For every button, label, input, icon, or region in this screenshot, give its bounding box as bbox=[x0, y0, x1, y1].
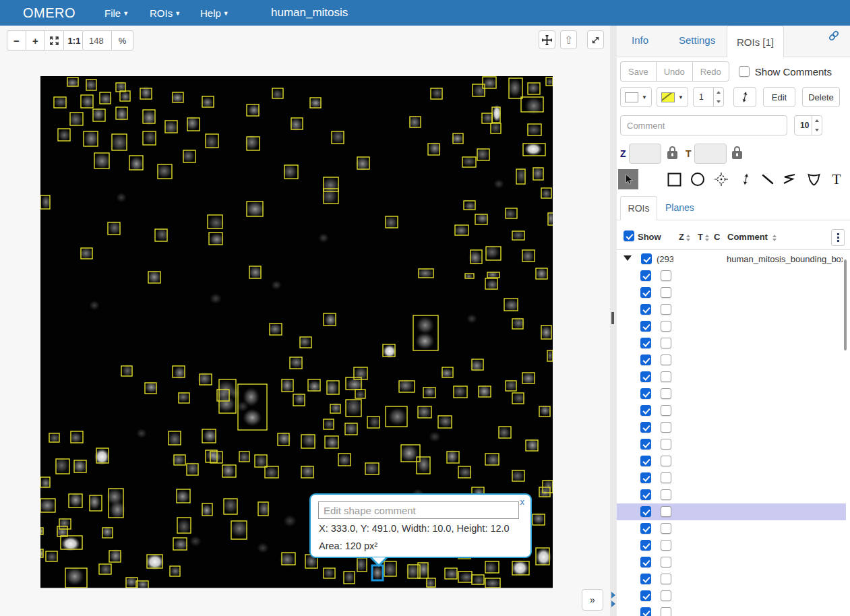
fill-color-dropdown[interactable]: ▼ bbox=[620, 87, 652, 107]
pointer-tool[interactable] bbox=[618, 169, 638, 189]
show-all-checkbox[interactable] bbox=[624, 230, 634, 241]
redo-button[interactable]: Redo bbox=[692, 61, 729, 82]
zoom-in-button[interactable]: + bbox=[26, 30, 44, 51]
stroke-color-dropdown[interactable]: ▼ bbox=[657, 87, 688, 107]
shape-select-checkbox[interactable] bbox=[661, 540, 671, 551]
collapse-triangle-icon[interactable] bbox=[624, 255, 632, 265]
polyline-tool[interactable] bbox=[779, 169, 799, 189]
shape-visible-checkbox[interactable] bbox=[640, 523, 651, 534]
zoom-value-input[interactable] bbox=[82, 30, 112, 51]
save-button[interactable]: Save bbox=[620, 61, 656, 82]
shape-select-checkbox[interactable] bbox=[661, 607, 671, 616]
shape-visible-checkbox[interactable] bbox=[640, 287, 651, 298]
roi-shape-row[interactable] bbox=[617, 284, 846, 301]
sort-icon[interactable] bbox=[705, 233, 709, 243]
shape-visible-checkbox[interactable] bbox=[640, 472, 651, 483]
shape-select-checkbox[interactable] bbox=[661, 590, 671, 601]
roi-group-row[interactable]: (293 human_mitosis_bounding_box bbox=[617, 251, 850, 268]
omero-brand[interactable]: OMERO bbox=[23, 5, 75, 21]
subtab-rois[interactable]: ROIs bbox=[620, 196, 657, 220]
text-tool[interactable]: T bbox=[826, 169, 847, 189]
roi-shape-row[interactable] bbox=[617, 268, 846, 284]
shape-select-checkbox[interactable] bbox=[661, 472, 671, 483]
roi-shape-row[interactable] bbox=[617, 487, 846, 503]
percent-button[interactable]: % bbox=[112, 30, 133, 51]
shape-select-checkbox[interactable] bbox=[661, 422, 671, 433]
shape-select-checkbox[interactable] bbox=[661, 574, 671, 584]
center-roi-button[interactable] bbox=[539, 30, 555, 49]
roi-shape-row[interactable] bbox=[617, 318, 846, 335]
shape-select-checkbox[interactable] bbox=[661, 338, 671, 348]
menu-help[interactable]: Help▼ bbox=[200, 7, 229, 19]
shape-visible-checkbox[interactable] bbox=[640, 270, 651, 281]
shape-select-checkbox[interactable] bbox=[661, 304, 671, 315]
sort-icon[interactable] bbox=[772, 233, 777, 243]
roi-shape-row[interactable] bbox=[617, 402, 846, 419]
expand-panel-button[interactable]: » bbox=[582, 589, 603, 611]
fit-to-screen-button[interactable] bbox=[44, 30, 63, 51]
roi-shape-row[interactable] bbox=[617, 436, 846, 453]
rectangle-tool[interactable] bbox=[664, 169, 684, 189]
roi-shape-row[interactable] bbox=[617, 588, 846, 605]
stroke-width-stepper[interactable]: 1 bbox=[693, 87, 724, 107]
z-input[interactable] bbox=[629, 144, 661, 164]
step-up-icon[interactable] bbox=[812, 116, 822, 125]
subtab-planes[interactable]: Planes bbox=[665, 202, 694, 213]
shape-select-checkbox[interactable] bbox=[661, 506, 671, 517]
edit-button[interactable]: Edit bbox=[763, 87, 795, 107]
shape-visible-checkbox[interactable] bbox=[640, 355, 651, 365]
lock-icon[interactable] bbox=[732, 146, 742, 160]
ellipse-tool[interactable] bbox=[688, 169, 708, 189]
step-down-icon[interactable] bbox=[812, 125, 822, 135]
shape-visible-checkbox[interactable] bbox=[640, 590, 651, 601]
roi-shape-row[interactable] bbox=[617, 520, 846, 537]
col-z[interactable]: Z bbox=[679, 232, 684, 242]
shape-select-checkbox[interactable] bbox=[661, 489, 671, 500]
tab-info[interactable]: Info bbox=[632, 34, 648, 46]
menu-file[interactable]: File▼ bbox=[104, 7, 129, 19]
shape-visible-checkbox[interactable] bbox=[640, 388, 651, 399]
shape-visible-checkbox[interactable] bbox=[640, 321, 651, 332]
fullscreen-button[interactable] bbox=[587, 30, 604, 49]
step-down-icon[interactable] bbox=[714, 97, 723, 106]
shape-visible-checkbox[interactable] bbox=[640, 456, 651, 466]
arrow-style-button[interactable] bbox=[733, 87, 756, 107]
roi-shape-row[interactable] bbox=[617, 419, 846, 436]
roi-shape-row[interactable] bbox=[617, 605, 846, 616]
shape-visible-checkbox[interactable] bbox=[640, 540, 651, 551]
menu-rois[interactable]: ROIs▼ bbox=[150, 7, 181, 19]
save-view-button[interactable]: ⇧ bbox=[560, 30, 577, 49]
lock-icon[interactable] bbox=[667, 146, 677, 160]
shape-visible-checkbox[interactable] bbox=[640, 439, 651, 450]
undo-button[interactable]: Undo bbox=[656, 61, 692, 82]
comment-input[interactable] bbox=[620, 115, 787, 135]
line-tool[interactable] bbox=[758, 169, 778, 189]
shape-select-checkbox[interactable] bbox=[661, 355, 671, 365]
point-tool[interactable] bbox=[711, 169, 731, 189]
shape-select-checkbox[interactable] bbox=[661, 439, 671, 450]
shape-visible-checkbox[interactable] bbox=[640, 489, 651, 500]
tab-settings[interactable]: Settings bbox=[679, 34, 715, 46]
roi-shape-row[interactable] bbox=[617, 369, 846, 386]
shape-visible-checkbox[interactable] bbox=[640, 304, 651, 315]
roi-shape-row[interactable] bbox=[617, 470, 846, 487]
shape-visible-checkbox[interactable] bbox=[640, 405, 651, 416]
shape-visible-checkbox[interactable] bbox=[640, 574, 651, 584]
shape-visible-checkbox[interactable] bbox=[640, 371, 651, 382]
shape-visible-checkbox[interactable] bbox=[640, 557, 651, 567]
shape-visible-checkbox[interactable] bbox=[640, 506, 651, 517]
shape-select-checkbox[interactable] bbox=[661, 456, 671, 466]
font-size-stepper[interactable]: 10 bbox=[794, 115, 822, 135]
col-comment[interactable]: Comment bbox=[727, 232, 768, 242]
tab-rois[interactable]: ROIs [1] bbox=[727, 26, 784, 57]
roi-shape-row[interactable] bbox=[617, 301, 846, 318]
table-options-button[interactable] bbox=[831, 229, 845, 246]
shape-select-checkbox[interactable] bbox=[661, 388, 671, 399]
roi-shape-row[interactable] bbox=[617, 503, 846, 520]
panel-splitter[interactable] bbox=[610, 26, 617, 616]
shape-select-checkbox[interactable] bbox=[661, 557, 671, 567]
arrow-tool[interactable] bbox=[735, 169, 756, 189]
step-up-icon[interactable] bbox=[714, 88, 723, 97]
roi-shape-row[interactable] bbox=[617, 352, 846, 369]
delete-button[interactable]: Delete bbox=[802, 87, 840, 107]
